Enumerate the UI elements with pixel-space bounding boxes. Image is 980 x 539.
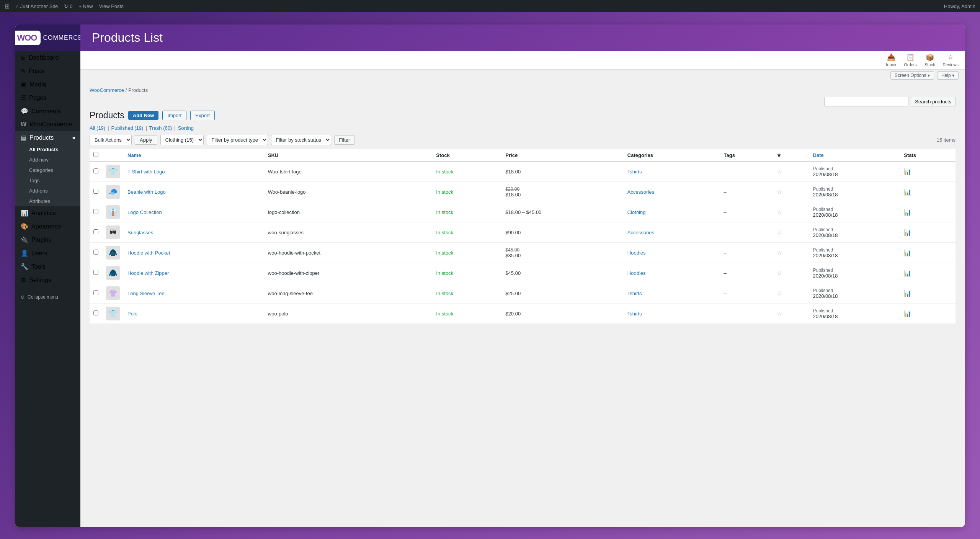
wp-logo-icon[interactable]: ⊞ (5, 3, 10, 10)
published-filter-link[interactable]: Published (19) (111, 125, 144, 131)
row-checkbox-5[interactable] (93, 250, 98, 255)
row-checkbox-4[interactable] (93, 229, 98, 234)
inbox-icon-item[interactable]: 📥 Inbox (886, 53, 896, 67)
star-toggle[interactable]: ☆ (777, 229, 782, 236)
bulk-actions-select[interactable]: Bulk Actions (90, 135, 132, 145)
sidebar-subitem-all-products[interactable]: All Products (15, 144, 80, 155)
stats-chart-icon[interactable]: 📊 (904, 229, 911, 236)
sku-header: SKU (264, 149, 433, 162)
row-checkbox-2[interactable] (93, 189, 98, 194)
product-type-filter-select[interactable]: Filter by product type (207, 135, 268, 145)
row-checkbox-6[interactable] (93, 270, 98, 275)
add-new-button[interactable]: Add New (128, 111, 159, 120)
star-toggle[interactable]: ☆ (777, 168, 782, 175)
site-name-item[interactable]: ⌂ Just Another Site (16, 3, 58, 9)
stats-chart-icon[interactable]: 📊 (904, 168, 911, 175)
row-checkbox-3[interactable] (93, 209, 98, 214)
star-toggle[interactable]: ☆ (777, 209, 782, 216)
filter-button[interactable]: Filter (334, 135, 355, 145)
table-row: 👕 Polo woo-polo In stock $20.00 Tshirts … (90, 304, 956, 324)
star-toggle[interactable]: ☆ (777, 310, 782, 317)
product-name-link[interactable]: Polo (127, 311, 137, 317)
new-item[interactable]: + New (78, 3, 93, 9)
category-link[interactable]: Hoodies (627, 270, 646, 276)
collapse-menu-button[interactable]: ⊙ Collapse menu (15, 291, 80, 304)
sidebar-subitem-add-new[interactable]: Add new (15, 155, 80, 165)
reviews-icon-item[interactable]: ☆ Reviews (942, 53, 959, 67)
product-name-link[interactable]: Hoodie with Pocket (127, 250, 170, 256)
sidebar-item-posts[interactable]: ✎ Posts (15, 64, 80, 78)
sidebar-subitem-categories[interactable]: Categories (15, 165, 80, 175)
header-title-area: Products List (80, 24, 965, 51)
category-link[interactable]: Tshirts (627, 311, 642, 317)
product-name-link[interactable]: T-Shirt with Logo (127, 169, 165, 175)
screen-options-button[interactable]: Screen Options ▾ (890, 71, 934, 80)
select-all-checkbox[interactable] (93, 152, 98, 157)
search-input[interactable] (824, 97, 908, 106)
row-checkbox-7[interactable] (93, 290, 98, 295)
table-row: 👚 Long Sleeve Tee woo-long-sleeve-tee In… (90, 283, 956, 304)
category-link[interactable]: Tshirts (627, 169, 642, 175)
sidebar-item-settings[interactable]: ⚙ Settings (15, 273, 80, 287)
product-name-link[interactable]: Long Sleeve Tee (127, 291, 165, 296)
clothing-filter-select[interactable]: Clothing (15) (160, 135, 204, 145)
trash-filter-link[interactable]: Trash (60) (149, 125, 172, 131)
help-button[interactable]: Help ▾ (937, 71, 959, 80)
sidebar-subitem-attributes[interactable]: Attributes (15, 196, 80, 206)
sidebar-label-plugins: Plugins (31, 237, 51, 243)
product-name-link[interactable]: Hoodie with Zipper (127, 270, 169, 276)
all-filter-link[interactable]: All (19) (90, 125, 105, 131)
sidebar-item-comments[interactable]: 💬 Comments (15, 105, 80, 118)
product-categories-cell: Accessories (624, 182, 720, 202)
category-link[interactable]: Accessories (627, 189, 654, 195)
sorting-filter-link[interactable]: Sorting (178, 125, 194, 131)
sidebar-item-analytics[interactable]: 📊 Analytics (15, 206, 80, 220)
stock-status-filter-select[interactable]: Filter by stock status (271, 135, 331, 145)
comments-icon: 💬 (21, 108, 28, 115)
date-header[interactable]: Date (809, 149, 900, 162)
price-value: $45.00 (505, 270, 521, 276)
sidebar-subitem-add-ons[interactable]: Add-ons (15, 186, 80, 196)
star-toggle[interactable]: ☆ (777, 290, 782, 297)
stats-chart-icon[interactable]: 📊 (904, 250, 911, 256)
sidebar-item-tools[interactable]: 🔧 Tools (15, 260, 80, 273)
star-toggle[interactable]: ☆ (777, 189, 782, 195)
breadcrumb-woocommerce-link[interactable]: WooCommerce (90, 87, 124, 93)
product-sku-cell: woo-sunglasses (264, 222, 433, 243)
stats-chart-icon[interactable]: 📊 (904, 189, 911, 195)
name-header[interactable]: Name (124, 149, 264, 162)
category-link[interactable]: Hoodies (627, 250, 646, 256)
category-link[interactable]: Clothing (627, 209, 646, 215)
update-item[interactable]: ↻ 0 (64, 3, 72, 9)
sidebar-item-pages[interactable]: ☰ Pages (15, 91, 80, 105)
category-link[interactable]: Accessories (627, 230, 654, 235)
sidebar-item-plugins[interactable]: 🔌 Plugins (15, 233, 80, 247)
product-name-link[interactable]: Logo Collection (127, 209, 162, 215)
apply-button[interactable]: Apply (135, 135, 157, 145)
sidebar-item-media[interactable]: ▣ Media (15, 78, 80, 91)
search-products-button[interactable]: Search products (911, 97, 956, 106)
row-checkbox-1[interactable] (93, 168, 98, 173)
stock-icon-item[interactable]: 📦 Stock (924, 53, 935, 67)
export-button[interactable]: Export (190, 111, 215, 120)
stats-chart-icon[interactable]: 📊 (904, 209, 911, 216)
sidebar-item-woocommerce[interactable]: W WooCommerce (15, 118, 80, 131)
stats-chart-icon[interactable]: 📊 (904, 270, 911, 276)
import-button[interactable]: Import (162, 111, 186, 120)
product-name-link[interactable]: Beanie with Logo (127, 189, 166, 195)
star-toggle[interactable]: ☆ (777, 250, 782, 256)
sidebar-subitem-tags[interactable]: Tags (15, 175, 80, 186)
product-name-link[interactable]: Sunglasses (127, 230, 153, 235)
stats-chart-icon[interactable]: 📊 (904, 290, 911, 297)
view-posts-item[interactable]: View Posts (99, 3, 124, 9)
sidebar-item-products[interactable]: ▤ Products ◀ (15, 131, 80, 144)
row-checkbox-8[interactable] (93, 310, 98, 315)
category-link[interactable]: Tshirts (627, 291, 642, 296)
orders-icon-item[interactable]: 📋 Orders (904, 53, 917, 67)
sidebar-item-dashboard[interactable]: ⊞ Dashboard (15, 51, 80, 64)
star-toggle[interactable]: ☆ (777, 270, 782, 276)
sidebar-item-users[interactable]: 👤 Users (15, 247, 80, 260)
sidebar-item-appearance[interactable]: 🎨 Apearence (15, 220, 80, 233)
sidebar-label-pages: Pages (29, 95, 46, 101)
stats-chart-icon[interactable]: 📊 (904, 310, 911, 317)
